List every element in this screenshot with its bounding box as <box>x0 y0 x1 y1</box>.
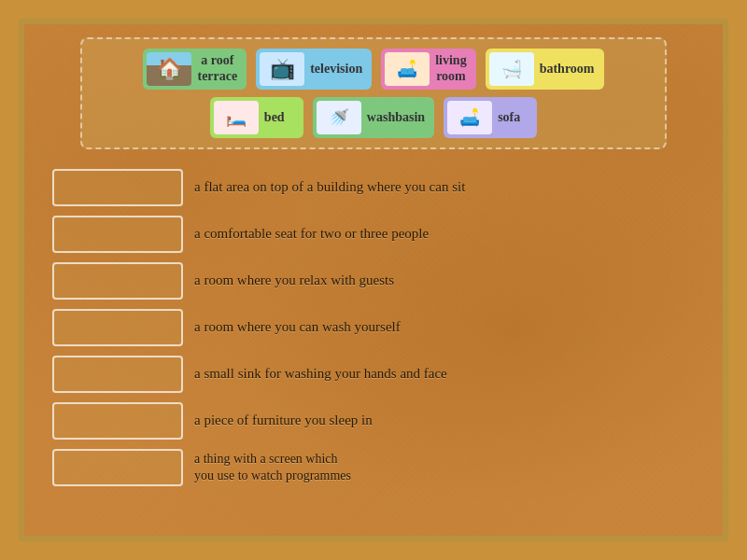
bed-image <box>214 101 259 134</box>
word-card-terrace[interactable]: a roofterrace <box>143 49 247 90</box>
answer-box-6[interactable] <box>52 402 183 440</box>
word-card-sofa[interactable]: sofa <box>444 97 537 138</box>
word-bank: a roofterrace television livingroom bath… <box>80 37 667 149</box>
television-label: television <box>310 62 362 77</box>
definition-row-6: a piece of furniture you sleep in <box>52 402 695 440</box>
bathroom-label: bathroom <box>540 62 595 77</box>
answer-box-3[interactable] <box>52 262 183 300</box>
definition-text-1: a flat area on top of a building where y… <box>194 178 465 197</box>
answer-box-7[interactable] <box>52 449 183 486</box>
corkboard: a roofterrace television livingroom bath… <box>19 19 728 541</box>
word-card-bed[interactable]: bed <box>210 97 303 138</box>
word-card-television[interactable]: television <box>256 49 372 90</box>
word-card-washbasin[interactable]: washbasin <box>313 97 434 138</box>
terrace-label: a roofterrace <box>197 53 237 85</box>
bed-label: bed <box>264 110 285 126</box>
washbasin-image <box>317 101 361 134</box>
definition-text-2: a comfortable seat for two or three peop… <box>194 225 429 244</box>
answer-box-2[interactable] <box>52 216 183 253</box>
livingroom-image <box>385 52 430 86</box>
definitions-area: a flat area on top of a building where y… <box>52 169 695 486</box>
answer-box-1[interactable] <box>52 169 183 206</box>
sofa-label: sofa <box>498 110 520 126</box>
definition-row-3: a room where you relax with guests <box>52 262 695 300</box>
definition-row-7: a thing with a screen whichyou use to wa… <box>52 449 695 486</box>
definition-text-7: a thing with a screen whichyou use to wa… <box>194 451 351 484</box>
answer-box-5[interactable] <box>52 356 183 393</box>
definition-text-6: a piece of furniture you sleep in <box>194 412 373 430</box>
answer-box-4[interactable] <box>52 309 183 346</box>
sofa-image <box>447 101 492 134</box>
definition-row-2: a comfortable seat for two or three peop… <box>52 216 695 253</box>
television-image <box>260 52 304 86</box>
definition-row-4: a room where you can wash yourself <box>52 309 695 346</box>
definition-row-1: a flat area on top of a building where y… <box>52 169 695 206</box>
livingroom-label: livingroom <box>435 53 466 85</box>
definition-text-4: a room where you can wash yourself <box>194 318 401 337</box>
word-bank-row-2: bed washbasin sofa <box>95 97 652 138</box>
word-card-bathroom[interactable]: bathroom <box>486 49 604 90</box>
word-card-livingroom[interactable]: livingroom <box>381 49 475 90</box>
definition-text-3: a room where you relax with guests <box>194 272 394 290</box>
word-bank-row-1: a roofterrace television livingroom bath… <box>95 49 652 90</box>
definition-text-5: a small sink for washing your hands and … <box>194 365 447 384</box>
washbasin-label: washbasin <box>367 110 425 126</box>
definition-row-5: a small sink for washing your hands and … <box>52 356 695 393</box>
bathroom-image <box>489 52 534 86</box>
terrace-image <box>147 52 191 86</box>
